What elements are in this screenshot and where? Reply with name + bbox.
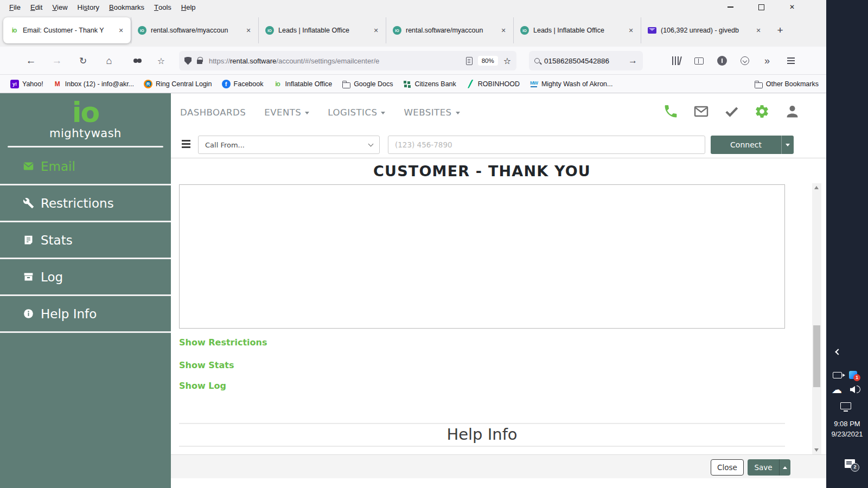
scroll-up-arrow[interactable] <box>814 186 819 189</box>
bookmark-label: Citizens Bank <box>414 80 456 88</box>
sidebar-toggle-icon[interactable] <box>691 47 707 75</box>
url-bar[interactable]: https://rental.software/account/#/settin… <box>179 51 516 70</box>
camera-tray-icon[interactable] <box>833 372 842 378</box>
bookmark-inbox-12-info-akr-[interactable]: Inbox (12) - info@akr... <box>48 75 139 93</box>
connect-dropdown-button[interactable] <box>781 136 794 154</box>
tab-close-icon[interactable] <box>243 25 254 36</box>
hamburger-glyph <box>787 57 795 59</box>
minimize-button[interactable] <box>722 1 738 13</box>
call-menu-icon[interactable] <box>182 140 190 142</box>
tab-4[interactable]: rental.software/myaccoun <box>386 17 513 43</box>
back-button[interactable] <box>23 47 39 75</box>
bookmark-yahoo-[interactable]: Yahoo! <box>5 75 48 93</box>
bookmark-inflatable-office[interactable]: Inflatable Office <box>268 75 337 93</box>
envelope-outline-icon[interactable] <box>693 104 709 121</box>
tab-1[interactable]: Email: Customer - Thank Y <box>3 17 131 43</box>
bookmark-google-docs[interactable]: Google Docs <box>337 75 398 93</box>
close-window-button[interactable] <box>784 1 800 13</box>
call-from-select[interactable]: Call From... <box>198 136 380 154</box>
lock-icon[interactable] <box>197 60 202 64</box>
sidebar-item-label: Email <box>41 159 75 174</box>
save-button[interactable]: Save <box>748 459 779 476</box>
bookmark-mighty-wash-of-akron-[interactable]: Mighty Wash of Akron... <box>525 75 618 93</box>
search-bar[interactable] <box>529 51 643 70</box>
tab-5[interactable]: Leads | Inflatable Office <box>513 17 641 43</box>
menu-bookmarks[interactable]: Bookmarks <box>104 0 149 14</box>
sidebar-item-email[interactable]: Email <box>0 149 171 185</box>
tab-close-icon[interactable] <box>753 25 764 36</box>
menu-file[interactable]: File <box>4 0 25 14</box>
gear-icon[interactable] <box>754 104 770 121</box>
bookmarks-bar: Yahoo!Inbox (12) - info@akr...Ring Centr… <box>0 75 826 93</box>
close-button[interactable]: Close <box>711 459 744 476</box>
bookmark-label: Ring Central Login <box>156 80 212 88</box>
sidebar-item-help-info[interactable]: Help Info <box>0 296 171 333</box>
phone-number-input[interactable] <box>388 136 705 154</box>
menu-tools[interactable]: Tools <box>149 0 176 14</box>
onedrive-tray-icon[interactable] <box>832 384 842 396</box>
extension-circle-icon[interactable] <box>714 47 730 75</box>
tab-3[interactable]: Leads | Inflatable Office <box>258 17 386 43</box>
reload-button[interactable] <box>75 47 91 75</box>
dropbox-tray-icon[interactable]: 1 <box>849 371 857 379</box>
page-scrollbar[interactable] <box>812 183 821 454</box>
pocket-icon[interactable] <box>737 47 753 75</box>
taskbar-clock[interactable]: 9:08 PM 9/23/2021 <box>826 419 868 439</box>
bookmark-facebook[interactable]: Facebook <box>217 75 269 93</box>
volume-icon[interactable] <box>850 386 855 393</box>
menu-edit[interactable]: Edit <box>25 0 47 14</box>
nav-dashboards[interactable]: DASHBOARDS <box>180 107 246 118</box>
person-icon[interactable] <box>784 104 800 121</box>
tab-close-icon[interactable] <box>116 25 126 36</box>
new-tab-button[interactable]: + <box>773 23 788 38</box>
nav-websites[interactable]: WEBSITES <box>404 107 459 118</box>
search-input[interactable] <box>544 57 628 65</box>
sidebar-item-log[interactable]: Log <box>0 259 171 296</box>
network-icon[interactable] <box>840 402 851 409</box>
bookmark-star-icon[interactable] <box>503 56 511 66</box>
sidebar-item-restrictions[interactable]: Restrictions <box>0 185 171 222</box>
nav-events[interactable]: EVENTS <box>264 107 309 118</box>
tracking-shield-icon[interactable] <box>184 57 192 65</box>
code-editor[interactable] <box>179 184 785 329</box>
scrollbar-thumb[interactable] <box>813 325 820 387</box>
app-menu-icon[interactable] <box>783 47 799 75</box>
reader-view-icon[interactable] <box>466 57 473 65</box>
search-go-icon[interactable] <box>628 55 637 66</box>
phone-icon[interactable] <box>663 104 679 121</box>
tab-close-icon[interactable] <box>626 25 636 36</box>
library-icon[interactable] <box>666 47 682 75</box>
tray-expand-icon[interactable] <box>835 349 841 355</box>
other-bookmarks[interactable]: Other Bookmarks <box>754 75 819 93</box>
overflow-menu-icon[interactable] <box>759 47 775 75</box>
connect-button[interactable]: Connect <box>711 136 781 154</box>
show-restrictions-link[interactable]: Show Restrictions <box>179 337 267 348</box>
maximize-button[interactable] <box>753 1 769 13</box>
bookmark-citizens-bank[interactable]: Citizens Bank <box>398 75 461 93</box>
forward-button[interactable] <box>49 47 65 75</box>
nav-logistics[interactable]: LOGISTICS <box>328 107 385 118</box>
show-stats-link[interactable]: Show Stats <box>179 360 234 370</box>
menu-history[interactable]: History <box>73 0 104 14</box>
menu-view[interactable]: View <box>47 0 72 14</box>
tab-2[interactable]: rental.software/myaccoun <box>131 17 258 43</box>
bookmark-ring-central-login[interactable]: Ring Central Login <box>139 75 217 93</box>
sidebar-item-stats[interactable]: Stats <box>0 222 171 259</box>
menu-help[interactable]: Help <box>176 0 201 14</box>
tab-6[interactable]: (106,392 unread) - givedb <box>641 17 768 43</box>
bookmark-robinhood[interactable]: ROBINHOOD <box>461 75 525 93</box>
extension-star-icon[interactable] <box>153 47 169 75</box>
zoom-level[interactable]: 80% <box>478 56 498 66</box>
tab-close-icon[interactable] <box>498 25 509 36</box>
check-icon[interactable] <box>724 104 739 121</box>
mw-icon <box>529 80 538 88</box>
show-log-link[interactable]: Show Log <box>179 381 226 391</box>
home-button[interactable] <box>101 47 117 75</box>
extension-mask-icon[interactable] <box>129 47 145 75</box>
tab-close-icon[interactable] <box>371 25 381 36</box>
robinhood-icon <box>466 80 475 88</box>
save-dropdown-button[interactable] <box>779 459 790 476</box>
action-center-icon[interactable]: 2 <box>845 459 855 468</box>
scroll-down-arrow[interactable] <box>814 448 819 452</box>
folder-icon <box>342 80 350 88</box>
